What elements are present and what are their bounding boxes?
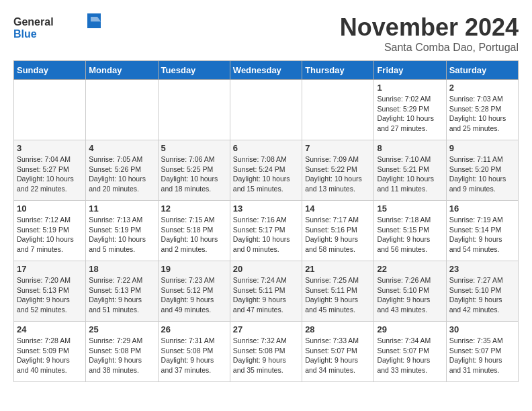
- day-cell: 4Sunrise: 7:05 AM Sunset: 5:26 PM Daylig…: [86, 140, 158, 201]
- day-cell: 26Sunrise: 7:31 AM Sunset: 5:08 PM Dayli…: [158, 322, 230, 382]
- day-number: 16: [449, 203, 515, 214]
- weekday-header-row: SundayMondayTuesdayWednesdayThursdayFrid…: [14, 61, 519, 80]
- day-info: Sunrise: 7:08 AM Sunset: 5:24 PM Dayligh…: [233, 154, 299, 194]
- day-cell: 22Sunrise: 7:26 AM Sunset: 5:10 PM Dayli…: [374, 261, 446, 322]
- weekday-header-sunday: Sunday: [14, 61, 86, 80]
- day-info: Sunrise: 7:03 AM Sunset: 5:28 PM Dayligh…: [449, 94, 515, 134]
- logo-svg: General Blue: [13, 13, 101, 44]
- day-cell: 1Sunrise: 7:02 AM Sunset: 5:29 PM Daylig…: [374, 80, 446, 140]
- day-cell: 2Sunrise: 7:03 AM Sunset: 5:28 PM Daylig…: [446, 80, 518, 140]
- day-number: 17: [17, 264, 83, 274]
- week-row-1: 1Sunrise: 7:02 AM Sunset: 5:29 PM Daylig…: [14, 80, 519, 140]
- weekday-header-saturday: Saturday: [446, 61, 518, 80]
- day-number: 25: [89, 324, 154, 334]
- weekday-header-thursday: Thursday: [302, 61, 374, 80]
- day-cell: 3Sunrise: 7:04 AM Sunset: 5:27 PM Daylig…: [14, 140, 86, 201]
- day-number: 19: [161, 264, 227, 274]
- day-info: Sunrise: 7:33 AM Sunset: 5:07 PM Dayligh…: [305, 336, 371, 375]
- day-number: 26: [161, 324, 227, 334]
- weekday-header-wednesday: Wednesday: [230, 61, 302, 80]
- day-info: Sunrise: 7:16 AM Sunset: 5:17 PM Dayligh…: [233, 215, 299, 255]
- day-info: Sunrise: 7:09 AM Sunset: 5:22 PM Dayligh…: [305, 154, 371, 194]
- svg-text:General: General: [13, 16, 54, 28]
- day-number: 8: [377, 143, 443, 153]
- day-number: 3: [17, 143, 83, 153]
- day-info: Sunrise: 7:17 AM Sunset: 5:16 PM Dayligh…: [305, 215, 371, 255]
- day-info: Sunrise: 7:31 AM Sunset: 5:08 PM Dayligh…: [161, 336, 227, 375]
- day-info: Sunrise: 7:11 AM Sunset: 5:20 PM Dayligh…: [449, 154, 515, 194]
- day-cell: 17Sunrise: 7:20 AM Sunset: 5:13 PM Dayli…: [14, 261, 86, 322]
- day-cell: 18Sunrise: 7:22 AM Sunset: 5:13 PM Dayli…: [86, 261, 158, 322]
- day-cell: 25Sunrise: 7:29 AM Sunset: 5:08 PM Dayli…: [86, 322, 158, 382]
- svg-text:Blue: Blue: [13, 28, 37, 40]
- day-cell: 7Sunrise: 7:09 AM Sunset: 5:22 PM Daylig…: [302, 140, 374, 201]
- weekday-header-friday: Friday: [374, 61, 446, 80]
- header: General Blue November 2024 Santa Comba D…: [13, 13, 519, 54]
- day-cell: 24Sunrise: 7:28 AM Sunset: 5:09 PM Dayli…: [14, 322, 86, 382]
- day-number: 1: [377, 83, 443, 93]
- week-row-2: 3Sunrise: 7:04 AM Sunset: 5:27 PM Daylig…: [14, 140, 519, 201]
- day-info: Sunrise: 7:19 AM Sunset: 5:14 PM Dayligh…: [449, 215, 515, 255]
- day-info: Sunrise: 7:34 AM Sunset: 5:07 PM Dayligh…: [377, 336, 443, 375]
- day-info: Sunrise: 7:32 AM Sunset: 5:08 PM Dayligh…: [233, 336, 299, 375]
- day-cell: [158, 80, 230, 140]
- day-info: Sunrise: 7:28 AM Sunset: 5:09 PM Dayligh…: [17, 336, 83, 375]
- day-number: 10: [17, 203, 83, 214]
- day-number: 24: [17, 324, 83, 334]
- day-info: Sunrise: 7:18 AM Sunset: 5:15 PM Dayligh…: [377, 215, 443, 255]
- day-number: 12: [161, 203, 227, 214]
- day-cell: [14, 80, 86, 140]
- weekday-header-monday: Monday: [86, 61, 158, 80]
- day-cell: 11Sunrise: 7:13 AM Sunset: 5:19 PM Dayli…: [86, 201, 158, 261]
- day-number: 13: [233, 203, 299, 214]
- day-info: Sunrise: 7:06 AM Sunset: 5:25 PM Dayligh…: [161, 154, 227, 194]
- day-info: Sunrise: 7:12 AM Sunset: 5:19 PM Dayligh…: [17, 215, 83, 255]
- week-row-4: 17Sunrise: 7:20 AM Sunset: 5:13 PM Dayli…: [14, 261, 519, 322]
- day-info: Sunrise: 7:04 AM Sunset: 5:27 PM Dayligh…: [17, 154, 83, 194]
- weekday-header-tuesday: Tuesday: [158, 61, 230, 80]
- day-number: 27: [233, 324, 299, 334]
- day-number: 5: [161, 143, 227, 153]
- day-cell: 16Sunrise: 7:19 AM Sunset: 5:14 PM Dayli…: [446, 201, 518, 261]
- day-cell: [230, 80, 302, 140]
- day-cell: 23Sunrise: 7:27 AM Sunset: 5:10 PM Dayli…: [446, 261, 518, 322]
- day-number: 15: [377, 203, 443, 214]
- day-number: 28: [305, 324, 371, 334]
- logo: General Blue: [13, 13, 101, 44]
- day-number: 21: [305, 264, 371, 274]
- day-cell: 13Sunrise: 7:16 AM Sunset: 5:17 PM Dayli…: [230, 201, 302, 261]
- day-info: Sunrise: 7:05 AM Sunset: 5:26 PM Dayligh…: [89, 154, 154, 194]
- day-info: Sunrise: 7:27 AM Sunset: 5:10 PM Dayligh…: [449, 275, 515, 315]
- day-info: Sunrise: 7:15 AM Sunset: 5:18 PM Dayligh…: [161, 215, 227, 255]
- calendar: SundayMondayTuesdayWednesdayThursdayFrid…: [13, 60, 519, 382]
- day-info: Sunrise: 7:10 AM Sunset: 5:21 PM Dayligh…: [377, 154, 443, 194]
- day-info: Sunrise: 7:35 AM Sunset: 5:07 PM Dayligh…: [449, 336, 515, 375]
- day-cell: 30Sunrise: 7:35 AM Sunset: 5:07 PM Dayli…: [446, 322, 518, 382]
- day-cell: 9Sunrise: 7:11 AM Sunset: 5:20 PM Daylig…: [446, 140, 518, 201]
- day-number: 4: [89, 143, 154, 153]
- week-row-3: 10Sunrise: 7:12 AM Sunset: 5:19 PM Dayli…: [14, 201, 519, 261]
- day-cell: 21Sunrise: 7:25 AM Sunset: 5:11 PM Dayli…: [302, 261, 374, 322]
- day-cell: 19Sunrise: 7:23 AM Sunset: 5:12 PM Dayli…: [158, 261, 230, 322]
- day-number: 30: [449, 324, 515, 334]
- day-number: 9: [449, 143, 515, 153]
- day-cell: 14Sunrise: 7:17 AM Sunset: 5:16 PM Dayli…: [302, 201, 374, 261]
- day-info: Sunrise: 7:22 AM Sunset: 5:13 PM Dayligh…: [89, 275, 154, 315]
- day-info: Sunrise: 7:29 AM Sunset: 5:08 PM Dayligh…: [89, 336, 154, 375]
- day-number: 20: [233, 264, 299, 274]
- day-cell: [302, 80, 374, 140]
- day-info: Sunrise: 7:25 AM Sunset: 5:11 PM Dayligh…: [305, 275, 371, 315]
- day-info: Sunrise: 7:02 AM Sunset: 5:29 PM Dayligh…: [377, 94, 443, 134]
- day-cell: 28Sunrise: 7:33 AM Sunset: 5:07 PM Dayli…: [302, 322, 374, 382]
- month-title: November 2024: [340, 13, 519, 42]
- day-cell: [86, 80, 158, 140]
- day-info: Sunrise: 7:26 AM Sunset: 5:10 PM Dayligh…: [377, 275, 443, 315]
- day-cell: 27Sunrise: 7:32 AM Sunset: 5:08 PM Dayli…: [230, 322, 302, 382]
- day-number: 11: [89, 203, 154, 214]
- title-area: November 2024 Santa Comba Dao, Portugal: [340, 13, 519, 54]
- day-number: 22: [377, 264, 443, 274]
- day-number: 6: [233, 143, 299, 153]
- day-cell: 12Sunrise: 7:15 AM Sunset: 5:18 PM Dayli…: [158, 201, 230, 261]
- day-info: Sunrise: 7:13 AM Sunset: 5:19 PM Dayligh…: [89, 215, 154, 255]
- day-cell: 6Sunrise: 7:08 AM Sunset: 5:24 PM Daylig…: [230, 140, 302, 201]
